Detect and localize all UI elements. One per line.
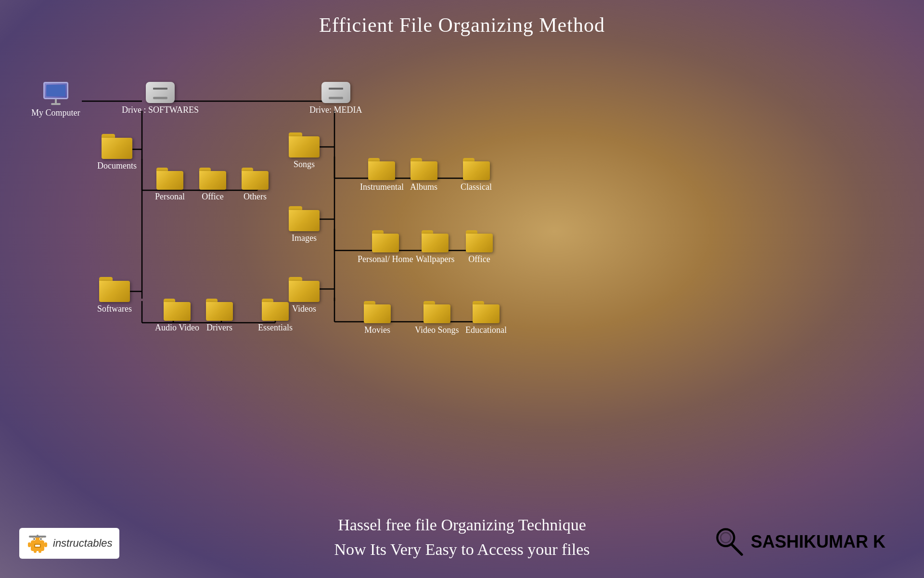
personal-home-folder-icon bbox=[372, 230, 399, 252]
songs-label: Songs bbox=[294, 159, 315, 170]
albums-label: Albums bbox=[410, 182, 437, 192]
audio-video-node: Audio Video bbox=[155, 299, 199, 333]
videos-label: Videos bbox=[292, 304, 316, 314]
wallpapers-folder-icon bbox=[422, 230, 449, 252]
robot-icon bbox=[26, 532, 49, 555]
office-sw-node: Office bbox=[199, 168, 226, 202]
drive-softwares-icon bbox=[146, 82, 175, 103]
educational-folder-icon bbox=[473, 301, 500, 323]
magnifier-icon bbox=[712, 525, 746, 559]
office-img-label: Office bbox=[468, 254, 490, 264]
classical-label: Classical bbox=[461, 182, 492, 192]
movies-node: Movies bbox=[364, 301, 391, 335]
drive-media-label: Drive: MEDIA bbox=[309, 105, 362, 115]
drivers-label: Drivers bbox=[206, 323, 232, 333]
svg-point-50 bbox=[720, 533, 731, 543]
images-node: Images bbox=[289, 206, 320, 243]
instrumental-node: Instrumental bbox=[360, 158, 404, 192]
videos-folder-icon bbox=[289, 277, 320, 302]
movies-label: Movies bbox=[364, 325, 390, 335]
svg-rect-43 bbox=[38, 547, 41, 553]
personal-folder-icon bbox=[156, 168, 183, 190]
essentials-node: Essentials bbox=[258, 299, 293, 333]
images-label: Images bbox=[292, 233, 317, 243]
subtitle1: Hassel free file Organizing Technique bbox=[334, 512, 590, 537]
albums-node: Albums bbox=[410, 158, 437, 192]
personal-home-node: Personal/ Home bbox=[358, 230, 413, 264]
office-img-folder-icon bbox=[466, 230, 493, 252]
others-label: Others bbox=[244, 192, 267, 202]
subtitle2: Now Its Very Easy to Access your files bbox=[334, 537, 590, 562]
svg-rect-41 bbox=[44, 542, 47, 547]
my-computer-label: My Computer bbox=[31, 108, 80, 118]
images-folder-icon bbox=[289, 206, 320, 231]
instrumental-folder-icon bbox=[368, 158, 395, 180]
others-node: Others bbox=[242, 168, 269, 202]
songs-folder-icon bbox=[289, 132, 320, 158]
documents-label: Documents bbox=[97, 161, 137, 171]
video-songs-node: Video Songs bbox=[415, 301, 459, 335]
svg-rect-45 bbox=[35, 545, 40, 547]
softwares-folder-icon bbox=[99, 277, 130, 302]
educational-node: Educational bbox=[465, 301, 507, 335]
wallpapers-label: Wallpapers bbox=[416, 254, 455, 264]
drivers-node: Drivers bbox=[206, 299, 233, 333]
office-img-node: Office bbox=[466, 230, 493, 264]
videos-node: Videos bbox=[289, 277, 320, 314]
diagram-area: My Computer Drive : SOFTWARES Drive: MED… bbox=[0, 39, 924, 352]
office-sw-folder-icon bbox=[199, 168, 226, 190]
drive-softwares-label: Drive : SOFTWARES bbox=[122, 105, 199, 115]
softwares-label: Softwares bbox=[97, 304, 132, 314]
drive-softwares-node: Drive : SOFTWARES bbox=[122, 82, 199, 115]
drivers-folder-icon bbox=[206, 299, 233, 321]
instructables-logo: instructables bbox=[19, 528, 119, 559]
personal-node: Personal bbox=[155, 168, 185, 202]
songs-node: Songs bbox=[289, 132, 320, 170]
svg-rect-40 bbox=[28, 542, 31, 547]
office-sw-label: Office bbox=[202, 192, 224, 202]
video-songs-folder-icon bbox=[424, 301, 450, 323]
my-computer-node: My Computer bbox=[31, 82, 80, 118]
instructables-label: instructables bbox=[53, 537, 113, 550]
svg-point-38 bbox=[34, 539, 35, 540]
video-songs-label: Video Songs bbox=[415, 325, 459, 335]
softwares-node: Softwares bbox=[97, 277, 132, 314]
svg-rect-42 bbox=[34, 547, 37, 553]
audio-video-folder-icon bbox=[164, 299, 191, 321]
author-name: SASHIKUMAR K bbox=[751, 532, 886, 552]
documents-node: Documents bbox=[97, 134, 137, 171]
svg-rect-47 bbox=[37, 535, 38, 538]
page-title: Efficient File Organizing Method bbox=[0, 0, 924, 37]
classical-folder-icon bbox=[463, 158, 490, 180]
author-area: SASHIKUMAR K bbox=[712, 525, 886, 559]
documents-folder-icon bbox=[102, 134, 132, 159]
albums-folder-icon bbox=[411, 158, 437, 180]
audio-video-label: Audio Video bbox=[155, 323, 199, 333]
essentials-folder-icon bbox=[262, 299, 289, 321]
movies-folder-icon bbox=[364, 301, 391, 323]
drive-media-node: Drive: MEDIA bbox=[309, 82, 362, 115]
instrumental-label: Instrumental bbox=[360, 182, 404, 192]
bottom-text: Hassel free file Organizing Technique No… bbox=[334, 512, 590, 562]
personal-home-label: Personal/ Home bbox=[358, 254, 413, 264]
personal-label: Personal bbox=[155, 192, 185, 202]
educational-label: Educational bbox=[465, 325, 507, 335]
drive-media-icon bbox=[321, 82, 350, 103]
essentials-label: Essentials bbox=[258, 323, 293, 333]
computer-icon bbox=[42, 82, 69, 106]
wallpapers-node: Wallpapers bbox=[416, 230, 455, 264]
svg-point-39 bbox=[40, 539, 42, 540]
classical-node: Classical bbox=[461, 158, 492, 192]
others-folder-icon bbox=[242, 168, 269, 190]
